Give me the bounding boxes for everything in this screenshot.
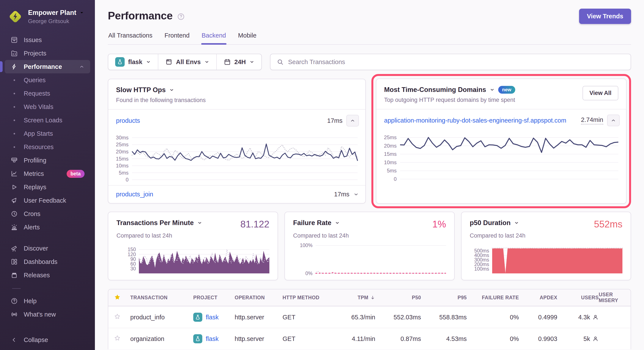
- sidebar-footer-nav: Help What's new: [0, 294, 95, 321]
- users-cell: 5k: [584, 335, 599, 342]
- domains-chart[interactable]: [400, 137, 618, 179]
- sidebar-collapse-button[interactable]: Collapse: [5, 333, 90, 346]
- tab-backend[interactable]: Backend: [201, 32, 226, 44]
- org-switcher[interactable]: Empower Plant George Gritsouk: [0, 6, 95, 28]
- card-subtitle: Found in the following transactions: [116, 97, 358, 104]
- http-method-cell: GET: [282, 335, 334, 342]
- transaction-link[interactable]: products_join: [116, 191, 153, 198]
- filter-segmented-control: flask All Envs 24H: [108, 54, 262, 70]
- domains-title-dropdown[interactable]: Most Time-Consuming Domains new: [384, 86, 515, 94]
- p50-duration-chart[interactable]: [492, 246, 622, 273]
- column-header-operation[interactable]: Operation: [235, 295, 282, 300]
- y-axis-labels: 150120906030: [116, 248, 139, 273]
- p50-cell: 0.87ms: [400, 335, 421, 342]
- project-link[interactable]: flask: [206, 335, 219, 342]
- sidebar-item-dashboards[interactable]: Dashboards: [5, 255, 90, 268]
- slow-http-ops-card: Slow HTTP Ops Found in the following tra…: [108, 79, 366, 203]
- column-header-p95[interactable]: P95: [458, 295, 467, 300]
- domain-link[interactable]: application-monitoring-ruby-dot-sales-en…: [384, 117, 566, 124]
- expand-row-button[interactable]: [353, 192, 359, 197]
- column-header-transaction[interactable]: Transaction: [130, 295, 193, 300]
- sidebar-item-replays[interactable]: Replays: [5, 180, 90, 194]
- main-content: Performance View Trends All Transactions…: [95, 0, 644, 350]
- sidebar-item-what-s-new[interactable]: What's new: [5, 308, 90, 321]
- search-input[interactable]: [288, 59, 624, 66]
- column-header-user-misery[interactable]: User Misery: [599, 292, 625, 303]
- sidebar-item-discover[interactable]: Discover: [5, 242, 90, 255]
- slow-http-ops-chart[interactable]: [132, 138, 358, 180]
- column-header-tpm[interactable]: TPM: [358, 295, 375, 300]
- tab-all-transactions[interactable]: All Transactions: [108, 32, 153, 44]
- sidebar-item-resources[interactable]: Resources: [5, 140, 90, 154]
- sidebar-item-user-feedback[interactable]: User Feedback: [5, 194, 90, 207]
- sidebar-item-profiling[interactable]: Profiling: [5, 154, 90, 167]
- help-icon[interactable]: [177, 13, 185, 21]
- sidebar-item-projects[interactable]: Projects: [5, 47, 90, 60]
- chevron-down-icon: [169, 87, 174, 93]
- column-header-project[interactable]: Project: [193, 295, 235, 300]
- environment-filter[interactable]: All Envs: [158, 54, 216, 70]
- y-axis-label: 25ms: [116, 142, 128, 148]
- sidebar-item-requests[interactable]: Requests: [5, 87, 90, 100]
- apdex-cell: 0.4999: [538, 314, 557, 321]
- view-trends-button[interactable]: View Trends: [579, 9, 631, 24]
- star-filled-icon[interactable]: [114, 294, 130, 301]
- failure-rate-chart[interactable]: [316, 244, 446, 273]
- y-axis-label: 20ms: [384, 143, 396, 149]
- failure-rate-card: Failure Rate 1% Compared to last 24h 100…: [284, 212, 455, 280]
- chevron-up-icon[interactable]: [79, 64, 84, 70]
- failure-rate-title-dropdown[interactable]: Failure Rate: [293, 219, 340, 227]
- sidebar-item-crons[interactable]: Crons: [5, 207, 90, 220]
- column-header-http-method[interactable]: HTTP Method: [282, 295, 334, 300]
- sidebar-item-app-starts[interactable]: App Starts: [5, 127, 90, 140]
- project-filter[interactable]: flask: [108, 54, 158, 70]
- user-feedback-icon: [10, 197, 18, 204]
- y-axis-label: 15ms: [384, 151, 396, 157]
- sidebar-item-queries[interactable]: Queries: [5, 73, 90, 87]
- y-axis-label: 30: [130, 266, 136, 271]
- y-axis-labels: 500ms400ms300ms200ms100ms: [470, 246, 492, 273]
- sidebar-item-screen-loads[interactable]: Screen Loads: [5, 114, 90, 127]
- tpm-title-dropdown[interactable]: Transactions Per Minute: [116, 219, 202, 227]
- time-spent-value[interactable]: 2.74min: [581, 116, 603, 125]
- sidebar-item-web-vitals[interactable]: Web Vitals: [5, 100, 90, 114]
- sidebar-item-help[interactable]: Help: [5, 294, 90, 308]
- date-range-filter[interactable]: 24H: [216, 54, 262, 70]
- y-axis-label: 10ms: [116, 163, 128, 169]
- column-header-users[interactable]: Users: [581, 295, 599, 300]
- project-link[interactable]: flask: [206, 314, 219, 321]
- collapse-row-button[interactable]: [346, 115, 359, 126]
- tpm-cell: 4.11/min: [352, 335, 375, 342]
- table-row-organization: organization flask http.server GET 4.11/…: [108, 328, 631, 349]
- discover-icon: [10, 244, 18, 252]
- sidebar-item-issues[interactable]: Issues: [5, 33, 90, 47]
- crons-icon: [10, 210, 18, 218]
- tab-frontend[interactable]: Frontend: [164, 32, 190, 44]
- star-icon[interactable]: [114, 313, 130, 321]
- p50-title-dropdown[interactable]: p50 Duration: [470, 219, 519, 227]
- column-header-apdex[interactable]: Apdex: [540, 295, 557, 300]
- active-indicator: [0, 61, 2, 72]
- apdex-cell: 0.9903: [538, 335, 557, 342]
- chevron-down-icon: [146, 59, 151, 65]
- sidebar-item-metrics[interactable]: Metrics beta: [5, 167, 90, 180]
- tpm-cell: 65.3/min: [351, 314, 375, 321]
- column-header-p50[interactable]: P50: [412, 295, 421, 300]
- tpm-chart[interactable]: [139, 248, 270, 273]
- sidebar-item-performance[interactable]: Performance: [5, 60, 90, 73]
- transaction-link[interactable]: product_info: [130, 314, 193, 321]
- sidebar-item-releases[interactable]: Releases: [5, 268, 90, 282]
- column-header-failure-rate[interactable]: Failure Rate: [482, 295, 519, 300]
- table-row-product-info: product_info flask http.server GET 65.3/…: [108, 306, 631, 328]
- slow-http-ops-title-dropdown[interactable]: Slow HTTP Ops: [116, 86, 358, 94]
- collapse-row-button[interactable]: [607, 115, 620, 126]
- chevron-down-icon: [204, 59, 210, 65]
- tab-mobile[interactable]: Mobile: [238, 32, 257, 44]
- transaction-link[interactable]: organization: [130, 335, 193, 342]
- sidebar-item-alerts[interactable]: Alerts: [5, 220, 90, 234]
- transaction-link[interactable]: products: [116, 117, 140, 124]
- view-all-button[interactable]: View All: [582, 86, 618, 100]
- y-axis-label: 0: [394, 176, 396, 182]
- page-title: Performance: [108, 10, 172, 22]
- star-icon[interactable]: [114, 335, 130, 343]
